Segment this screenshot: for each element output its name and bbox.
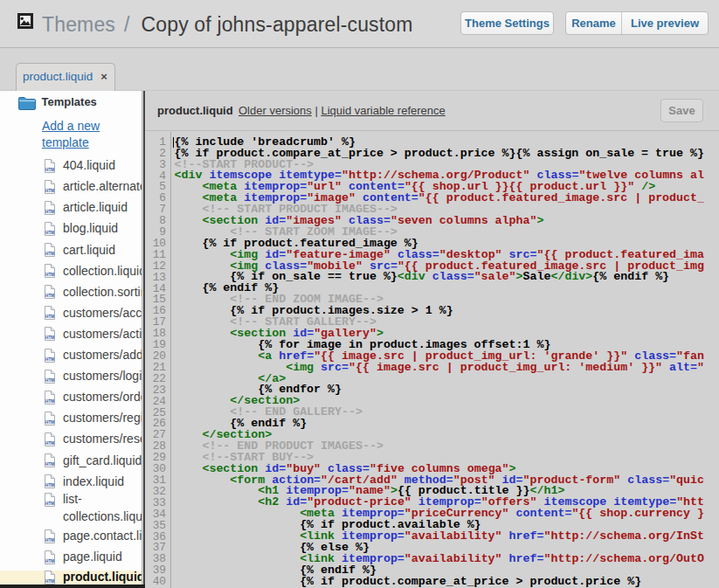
svg-text:HTM: HTM bbox=[45, 440, 54, 445]
svg-text:HTM: HTM bbox=[45, 273, 54, 277]
svg-text:HTM: HTM bbox=[45, 230, 54, 234]
svg-text:HTM: HTM bbox=[45, 356, 54, 361]
svg-text:HTM: HTM bbox=[45, 537, 54, 542]
svg-text:HTM: HTM bbox=[45, 578, 54, 583]
svg-text:HTM: HTM bbox=[45, 483, 54, 488]
svg-text:HTM: HTM bbox=[45, 501, 54, 505]
svg-text:HTM: HTM bbox=[45, 252, 54, 256]
svg-text:HTM: HTM bbox=[45, 188, 54, 192]
svg-text:HTM: HTM bbox=[45, 462, 54, 467]
svg-text:HTM: HTM bbox=[45, 294, 54, 298]
svg-text:HTM: HTM bbox=[45, 167, 54, 171]
svg-text:HTM: HTM bbox=[45, 315, 54, 319]
svg-text:HTM: HTM bbox=[45, 398, 54, 403]
svg-text:HTM: HTM bbox=[45, 209, 54, 213]
svg-text:HTM: HTM bbox=[45, 558, 54, 563]
svg-text:HTM: HTM bbox=[45, 336, 54, 340]
svg-text:HTM: HTM bbox=[45, 419, 54, 424]
svg-text:HTM: HTM bbox=[45, 377, 54, 382]
